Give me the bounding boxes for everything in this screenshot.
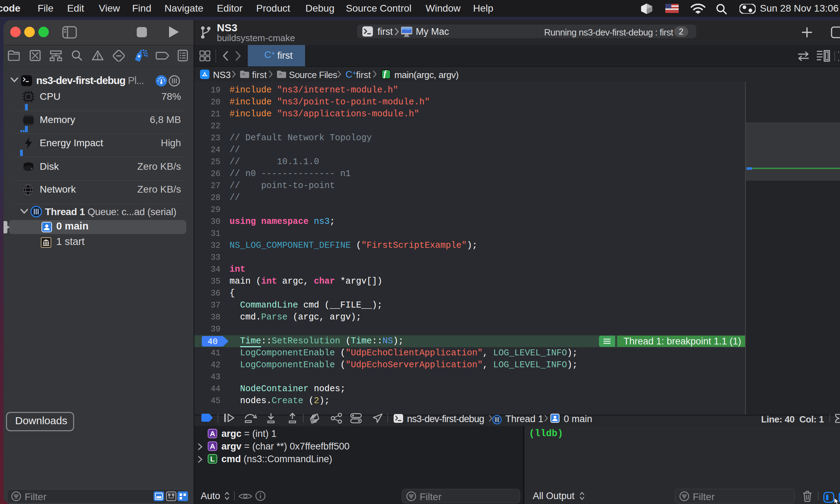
svg-text:40: 40: [208, 337, 218, 347]
